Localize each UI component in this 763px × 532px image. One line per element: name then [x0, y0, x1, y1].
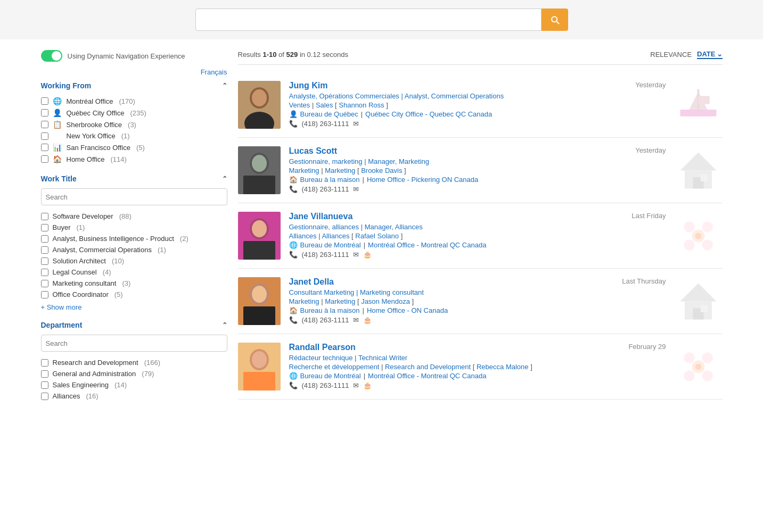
result-title: Gestionnaire, alliances | Manager, Allia…: [289, 223, 604, 231]
list-item[interactable]: 🌐 Montréal Office (170): [41, 95, 227, 107]
list-item[interactable]: General and Administration (79): [41, 368, 227, 379]
result-name[interactable]: Randall Pearson: [289, 343, 604, 352]
list-item[interactable]: 📊 San Francisco Office (5): [41, 142, 227, 153]
list-item[interactable]: Sales Engineering (14): [41, 379, 227, 390]
facet-checkbox[interactable]: [41, 132, 48, 140]
svg-point-41: [702, 370, 712, 381]
list-item[interactable]: Research and Development (166): [41, 357, 227, 368]
phone-icon: 📞: [289, 381, 298, 389]
list-item[interactable]: Buyer (1): [41, 222, 227, 233]
main-search-button[interactable]: [542, 9, 568, 31]
facet-count: (88): [119, 212, 132, 220]
list-item[interactable]: Office Coordinator (5): [41, 289, 227, 300]
phone-icon: 📞: [289, 316, 298, 324]
facet-checkbox[interactable]: [41, 280, 48, 287]
facet-checkbox[interactable]: [41, 213, 48, 220]
result-title: Rédacteur technique | Technical Writer: [289, 354, 604, 362]
facet-checkbox[interactable]: [41, 109, 48, 117]
list-item[interactable]: 📋 Sherbrooke Office (3): [41, 119, 227, 130]
language-link[interactable]: Français: [41, 68, 227, 76]
chevron-up-icon: ⌃: [222, 321, 227, 329]
sort-relevance[interactable]: RELEVANCE: [650, 51, 692, 59]
list-item[interactable]: Analyst, Commercial Operations (1): [41, 244, 227, 255]
facet-label: New York Office: [67, 132, 116, 140]
facet-label: Solution Architect: [53, 257, 106, 265]
facet-checkbox[interactable]: [41, 246, 48, 254]
facet-checkbox[interactable]: [41, 359, 48, 367]
toggle-row: Using Dynamic Navigation Experience: [41, 50, 227, 62]
office-icon: 👤: [53, 109, 62, 117]
facet-label: Québec City Office: [67, 109, 125, 117]
facet-working-from-header[interactable]: Working From ⌃: [41, 81, 227, 90]
email-icon[interactable]: ✉: [353, 251, 359, 259]
person-avatar: [238, 343, 281, 390]
facet-checkbox[interactable]: [41, 269, 48, 276]
result-name[interactable]: Jane Villanueva: [289, 212, 604, 221]
list-item[interactable]: New York Office (1): [41, 130, 227, 142]
results-area: Results 1-10 of 529 in 0.12 seconds RELE…: [238, 50, 723, 411]
facet-checkbox[interactable]: [41, 291, 48, 298]
list-item[interactable]: Analyst, Business Intelligence - Product…: [41, 233, 227, 244]
list-item[interactable]: Alliances (16): [41, 390, 227, 402]
email-icon[interactable]: ✉: [353, 120, 359, 128]
result-photo: [238, 81, 281, 129]
list-item[interactable]: 🏠 Home Office (114): [41, 153, 227, 165]
list-item[interactable]: Marketing consultant (3): [41, 278, 227, 289]
svg-rect-15: [701, 174, 708, 181]
facet-checkbox[interactable]: [41, 381, 48, 389]
facet-checkbox[interactable]: [41, 121, 48, 128]
result-dept: Alliances | Alliances [ Rafael Solano ]: [289, 232, 604, 240]
email-icon[interactable]: ✉: [353, 185, 359, 193]
result-thumbnail: [675, 277, 723, 325]
show-more-link[interactable]: + Show more: [41, 303, 227, 311]
facet-label: Marketing consultant: [53, 279, 117, 287]
facet-checkbox[interactable]: [41, 155, 48, 163]
facet-count: (10): [112, 257, 124, 265]
facet-count: (235): [130, 109, 146, 117]
facet-department-header[interactable]: Department ⌃: [41, 321, 227, 329]
result-phone: (418) 263-1111: [302, 381, 349, 389]
result-name[interactable]: Lucas Scott: [289, 146, 604, 156]
facet-checkbox[interactable]: [41, 97, 48, 105]
facet-count: (4): [103, 268, 111, 276]
department-search-input[interactable]: [41, 335, 227, 352]
result-photo: [238, 146, 281, 194]
list-item[interactable]: Software Developer (88): [41, 211, 227, 222]
dynamic-nav-toggle[interactable]: [41, 50, 62, 62]
facet-checkbox[interactable]: [41, 235, 48, 243]
email-icon[interactable]: ✉: [353, 316, 359, 324]
person-avatar: [238, 212, 281, 260]
office-icon: 📊: [53, 143, 62, 152]
main-search-input[interactable]: [195, 9, 542, 31]
results-summary: Results 1-10 of 529 in 0.12 seconds: [238, 51, 348, 59]
work-title-search-input[interactable]: [41, 188, 227, 205]
facet-checkbox[interactable]: [41, 257, 48, 265]
list-item[interactable]: Solution Architect (10): [41, 255, 227, 267]
list-item[interactable]: 👤 Québec City Office (235): [41, 107, 227, 119]
chevron-up-icon: ⌃: [222, 82, 227, 89]
result-card: Jung Kim Analyste, Opérations Commercial…: [238, 72, 723, 138]
list-item[interactable]: Legal Counsel (4): [41, 267, 227, 278]
svg-point-25: [695, 232, 702, 239]
chevron-up-icon: ⌃: [222, 175, 227, 182]
results-total: 529: [286, 51, 298, 59]
result-name[interactable]: Janet Della: [289, 277, 604, 287]
house-thumbnail: [676, 148, 721, 193]
facet-checkbox[interactable]: [41, 393, 48, 400]
result-thumbnail: [675, 146, 723, 194]
facet-checkbox[interactable]: [41, 224, 48, 231]
svg-point-18: [252, 220, 267, 237]
result-name[interactable]: Jung Kim: [289, 81, 604, 90]
result-card: Jane Villanueva Gestionnaire, alliances …: [238, 203, 723, 269]
house-thumbnail: [676, 279, 721, 324]
sort-date[interactable]: DATE ⌄: [697, 50, 722, 59]
home-icon: 🏠: [289, 176, 298, 184]
facet-checkbox[interactable]: [41, 144, 48, 151]
result-contact: 📞 (418) 263-1111 ✉ 🎂: [289, 316, 604, 324]
facet-checkbox[interactable]: [41, 370, 48, 378]
result-thumbnail: [675, 212, 723, 260]
facet-work-title-header[interactable]: Work Title ⌃: [41, 174, 227, 183]
office-icon: 🌐: [289, 372, 298, 380]
result-dept: Marketing | Marketing [ Jason Mendoza ]: [289, 297, 604, 305]
email-icon[interactable]: ✉: [353, 381, 359, 389]
